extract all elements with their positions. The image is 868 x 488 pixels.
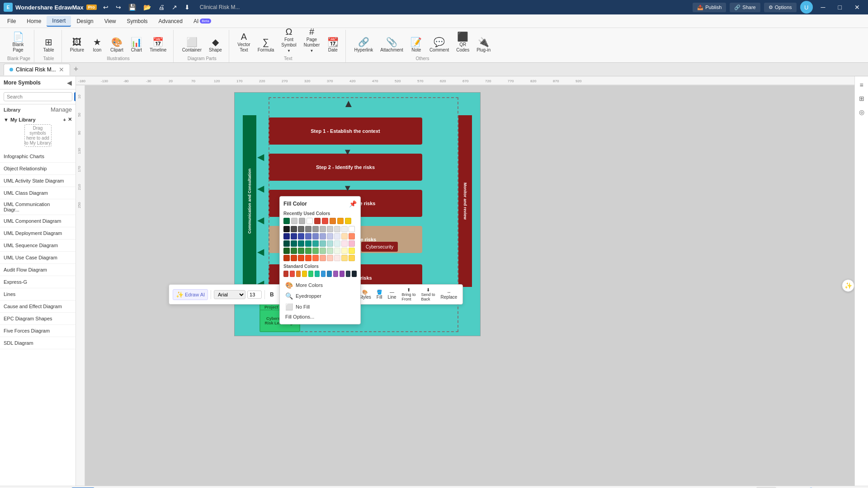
timeline-button[interactable]: 📅 Timeline xyxy=(146,30,170,55)
sidebar-item-uml-component[interactable]: UML Component Diagram ✕ xyxy=(0,215,75,227)
tab-clinical-risk[interactable]: Clinical Risk M... ✕ xyxy=(4,64,70,75)
cs-43[interactable] xyxy=(298,255,304,261)
cs-45[interactable] xyxy=(312,255,319,261)
formula-button[interactable]: ∑ Formula xyxy=(255,30,278,55)
sidebar-item-audit-flow[interactable]: Audit Flow Diagram ✕ xyxy=(0,264,75,276)
menu-home[interactable]: Home xyxy=(21,16,47,26)
plugin-button[interactable]: 🔌 Plug-in xyxy=(473,30,494,55)
eyedropper-button[interactable]: 🔍 Eyedropper xyxy=(283,291,357,300)
no-fill-button[interactable]: ⬜ No Fill xyxy=(283,302,357,311)
line-button[interactable]: — Line xyxy=(386,289,398,300)
send-to-back-button[interactable]: ⬇ Send toBack xyxy=(420,286,437,302)
bold-button[interactable]: B xyxy=(268,290,276,299)
close-button[interactable]: ✕ xyxy=(850,2,864,13)
cs-27[interactable] xyxy=(327,240,333,247)
edraw-ai-button[interactable]: ✨ Edraw AI xyxy=(173,289,208,300)
std-3[interactable] xyxy=(296,271,301,277)
menu-design[interactable]: Design xyxy=(71,16,99,26)
cs-8[interactable] xyxy=(334,226,340,232)
cs-40[interactable] xyxy=(349,248,355,254)
cs-42[interactable] xyxy=(291,255,297,261)
cs-26[interactable] xyxy=(320,240,326,247)
cs-15[interactable] xyxy=(312,233,319,239)
print-button[interactable]: 🖨 xyxy=(156,2,167,13)
publish-button[interactable]: 📤Publish xyxy=(693,3,726,12)
menu-file[interactable]: File xyxy=(2,16,21,26)
std-11[interactable] xyxy=(346,271,351,277)
popup-pin-button[interactable]: 📌 xyxy=(349,200,357,207)
cs-22[interactable] xyxy=(291,240,297,247)
more-colors-button[interactable]: 🎨 More Colors xyxy=(283,281,357,290)
download-button[interactable]: ⬇ xyxy=(182,2,193,13)
page-number-button[interactable]: # PageNumber ▼ xyxy=(301,30,323,55)
swatch-orange-light[interactable] xyxy=(337,218,344,224)
sidebar-item-express-g[interactable]: Express-G ✕ xyxy=(0,276,75,288)
std-4[interactable] xyxy=(302,271,307,277)
table-button[interactable]: ⊞ Table xyxy=(40,30,58,55)
sidebar-toggle-button[interactable]: ◀ xyxy=(67,79,72,86)
cs-46[interactable] xyxy=(320,255,326,261)
container-button[interactable]: ⬜ Container xyxy=(179,30,205,55)
my-library-title[interactable]: ▼ My Library + ✕ xyxy=(4,117,72,122)
qr-codes-button[interactable]: ⬛ QRCodes xyxy=(453,30,472,55)
sidebar-item-uml-deployment[interactable]: UML Deployment Diagram ✕ xyxy=(0,227,75,239)
cybersecurity-badge[interactable]: Cybersecurity xyxy=(361,242,398,252)
menu-view[interactable]: View xyxy=(99,16,122,26)
std-7[interactable] xyxy=(321,271,326,277)
menu-symbols[interactable]: Symbols xyxy=(122,16,153,26)
cs-21[interactable] xyxy=(283,240,290,247)
save-button[interactable]: 💾 xyxy=(126,2,139,13)
menu-insert[interactable]: Insert xyxy=(47,16,71,27)
cs-19[interactable] xyxy=(341,233,348,239)
cs-9[interactable] xyxy=(341,226,348,232)
std-10[interactable] xyxy=(340,271,344,277)
sidebar-item-lines[interactable]: Lines ✕ xyxy=(0,288,75,300)
share-button[interactable]: 🔗Share xyxy=(730,3,760,12)
picture-button[interactable]: 🖼 Picture xyxy=(67,30,87,55)
tab-close-button[interactable]: ✕ xyxy=(59,66,64,73)
cs-6[interactable] xyxy=(320,226,326,232)
cs-3[interactable] xyxy=(298,226,304,232)
cs-5[interactable] xyxy=(312,226,319,232)
cs-48[interactable] xyxy=(334,255,340,261)
cs-29[interactable] xyxy=(341,240,348,247)
cs-20[interactable] xyxy=(349,233,355,239)
sidebar-item-uml-use-case[interactable]: UML Use Case Diagram ✕ xyxy=(0,252,75,264)
cs-39[interactable] xyxy=(341,248,348,254)
std-9[interactable] xyxy=(333,271,338,277)
right-panel-btn-1[interactable]: ≡ xyxy=(857,80,867,90)
cs-47[interactable] xyxy=(327,255,333,261)
swatch-white[interactable] xyxy=(307,218,313,224)
canvas-scroll[interactable]: 10 50 90 130 170 210 250 Communication a xyxy=(76,85,854,486)
cs-24[interactable] xyxy=(305,240,311,247)
cs-31[interactable] xyxy=(283,248,290,254)
std-6[interactable] xyxy=(315,271,320,277)
right-panel-btn-2[interactable]: ⊞ xyxy=(857,94,867,103)
cs-34[interactable] xyxy=(305,248,311,254)
std-5[interactable] xyxy=(308,271,313,277)
cs-12[interactable] xyxy=(291,233,297,239)
sidebar-item-five-forces[interactable]: Five Forces Diagram ✕ xyxy=(0,325,75,337)
cs-50[interactable] xyxy=(349,255,355,261)
sidebar-item-cause-effect[interactable]: Cause and Effect Diagram ✕ xyxy=(0,300,75,313)
cs-28[interactable] xyxy=(334,240,340,247)
add-lib-icon[interactable]: + xyxy=(63,117,66,122)
sidebar-item-uml-activity[interactable]: UML Activity State Diagram ✕ xyxy=(0,175,75,187)
icon-button[interactable]: ★ Icon xyxy=(88,30,106,55)
cs-30[interactable] xyxy=(349,240,355,247)
options-button[interactable]: ⚙Options xyxy=(764,3,797,12)
swatch-orange[interactable] xyxy=(330,218,336,224)
ai-assist-button[interactable]: ✨ xyxy=(842,279,854,292)
cs-32[interactable] xyxy=(291,248,297,254)
undo-button[interactable]: ↩ xyxy=(100,2,111,13)
cs-16[interactable] xyxy=(320,233,326,239)
sidebar-item-infographic-charts[interactable]: Infographic Charts ✕ xyxy=(0,150,75,163)
sidebar-item-uml-sequence[interactable]: UML Sequence Diagram ✕ xyxy=(0,239,75,252)
sidebar-item-sdl[interactable]: SDL Diagram ✕ xyxy=(0,337,75,349)
swatch-gray-mid[interactable] xyxy=(299,218,305,224)
clipart-button[interactable]: 🎨 Clipart xyxy=(107,30,127,55)
menu-ai[interactable]: AI Beta xyxy=(188,16,217,26)
cs-13[interactable] xyxy=(298,233,304,239)
swatch-red-light[interactable] xyxy=(322,218,328,224)
search-input[interactable] xyxy=(4,92,72,101)
